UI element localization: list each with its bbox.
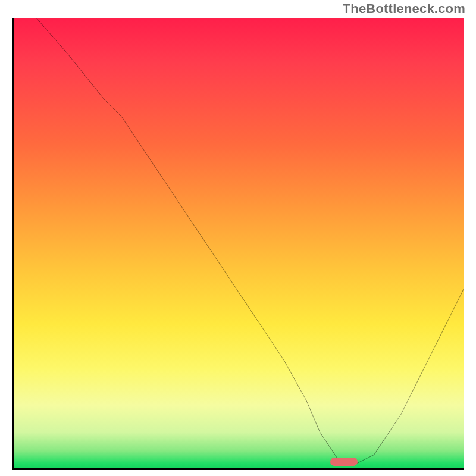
plot-area — [12, 18, 464, 470]
watermark-text: TheBottleneck.com — [343, 2, 465, 15]
optimal-range-marker — [330, 458, 358, 466]
chart-canvas: TheBottleneck.com — [0, 0, 476, 476]
bottleneck-curve — [14, 18, 464, 468]
